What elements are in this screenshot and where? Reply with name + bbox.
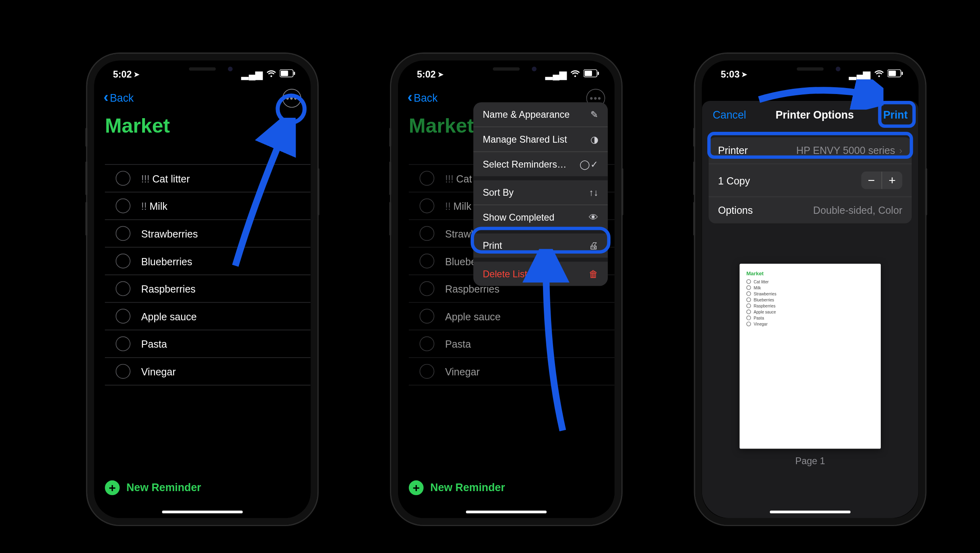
menu-delete-list[interactable]: Delete List🗑 <box>473 262 608 286</box>
complete-circle[interactable] <box>116 336 131 351</box>
wifi-icon <box>874 69 884 80</box>
new-reminder-button[interactable]: + New Reminder <box>409 480 505 495</box>
complete-circle[interactable] <box>420 226 435 241</box>
complete-circle[interactable] <box>116 309 131 324</box>
location-icon: ➤ <box>438 70 443 78</box>
svg-rect-1 <box>281 71 288 76</box>
reminder-row[interactable]: Raspberries <box>105 275 310 303</box>
annotation-highlight-print <box>878 101 916 128</box>
home-indicator[interactable] <box>770 511 851 514</box>
reminder-text: Milk <box>149 200 167 211</box>
notch <box>152 61 253 77</box>
complete-circle[interactable] <box>420 171 435 186</box>
menu-select-reminders[interactable]: Select Reminders…◯✓ <box>473 152 608 180</box>
reminder-text: Pasta <box>445 338 471 349</box>
list-options-menu: Name & Appearance✎ Manage Shared List◑ S… <box>473 102 608 286</box>
reminder-text: Strawberries <box>141 228 198 239</box>
reminder-row[interactable]: Pasta <box>409 330 615 358</box>
complete-circle[interactable] <box>420 254 435 268</box>
reminder-row[interactable]: Vinegar <box>409 358 615 386</box>
copies-label: 1 Copy <box>718 174 750 186</box>
complete-circle[interactable] <box>420 336 435 351</box>
complete-circle[interactable] <box>420 309 435 324</box>
home-indicator[interactable] <box>162 511 243 514</box>
location-icon: ➤ <box>741 70 747 78</box>
svg-rect-2 <box>294 72 295 75</box>
back-button[interactable]: ‹Back <box>104 92 134 105</box>
home-indicator[interactable] <box>466 511 547 514</box>
options-value: Double-sided, Color <box>813 205 902 216</box>
complete-circle[interactable] <box>116 281 131 296</box>
options-label: Options <box>718 205 753 216</box>
wifi-icon <box>266 69 276 80</box>
sort-icon: ↑↓ <box>589 187 598 198</box>
notch <box>760 61 861 77</box>
new-reminder-label: New Reminder <box>430 482 505 494</box>
phone-2: 5:02➤ ▂▄▆ ‹Back ••• Market !!!Cat litter… <box>391 54 621 525</box>
print-preview-page[interactable]: Market Cat litter Milk Strawberries Blue… <box>739 264 881 449</box>
share-icon: ◑ <box>590 134 598 145</box>
copies-stepper: − + <box>861 172 902 189</box>
status-time: 5:02 <box>417 69 436 80</box>
plus-icon: + <box>105 480 120 495</box>
reminder-row[interactable]: Apple sauce <box>409 303 615 330</box>
menu-sort-by[interactable]: Sort By↑↓ <box>473 180 608 205</box>
complete-circle[interactable] <box>116 171 131 186</box>
menu-name-appearance[interactable]: Name & Appearance✎ <box>473 102 608 127</box>
notch <box>456 61 557 77</box>
battery-icon <box>888 69 904 80</box>
reminder-text: Pasta <box>141 338 167 349</box>
annotation-highlight <box>276 94 306 125</box>
complete-circle[interactable] <box>116 364 131 379</box>
complete-circle[interactable] <box>116 226 131 241</box>
complete-circle[interactable] <box>116 254 131 268</box>
status-time: 5:02 <box>113 69 132 80</box>
back-button[interactable]: ‹Back <box>407 92 437 105</box>
options-row[interactable]: Options Double-sided, Color <box>708 197 912 223</box>
reminders-list: !!!Cat litter !!Milk Strawberries Bluebe… <box>94 144 310 385</box>
reminder-text: Blueberries <box>141 255 192 266</box>
reminder-row[interactable]: !!!Cat litter <box>105 164 310 192</box>
reminder-row[interactable]: Apple sauce <box>105 303 310 330</box>
battery-icon <box>584 69 600 80</box>
reminder-text: Vinegar <box>141 366 176 377</box>
complete-circle[interactable] <box>420 281 435 296</box>
chevron-left-icon: ‹ <box>407 90 412 105</box>
reminder-text: Raspberries <box>141 283 196 294</box>
reminder-text: Milk <box>453 200 472 211</box>
reminder-row[interactable]: Blueberries <box>105 248 310 275</box>
phone-1: 5:02➤ ▂▄▆ ‹Back ••• Market !!!Cat litter… <box>88 54 318 525</box>
reminder-text: Vinegar <box>445 366 480 377</box>
svg-rect-4 <box>585 71 592 76</box>
stepper-minus[interactable]: − <box>861 172 881 189</box>
reminder-row[interactable]: !!Milk <box>105 193 310 220</box>
back-label: Back <box>414 92 438 104</box>
location-icon: ➤ <box>134 70 139 78</box>
new-reminder-button[interactable]: + New Reminder <box>105 480 201 495</box>
battery-icon <box>280 69 296 80</box>
reminder-row[interactable]: Pasta <box>105 330 310 358</box>
complete-circle[interactable] <box>420 199 435 213</box>
back-label: Back <box>110 92 134 104</box>
reminder-text: Cat litter <box>152 172 190 184</box>
reminder-row[interactable]: Strawberries <box>105 220 310 248</box>
menu-manage-shared[interactable]: Manage Shared List◑ <box>473 127 608 152</box>
copies-row: 1 Copy − + <box>708 164 912 197</box>
wifi-icon <box>570 69 580 80</box>
printer-options-sheet: Cancel Printer Options Print Printer HP … <box>702 101 919 518</box>
reminder-text: Apple sauce <box>141 311 197 322</box>
stepper-plus[interactable]: + <box>882 172 902 189</box>
pencil-icon: ✎ <box>590 109 598 120</box>
complete-circle[interactable] <box>420 364 435 379</box>
annotation-highlight-printer <box>707 132 913 159</box>
annotation-highlight <box>471 227 610 254</box>
new-reminder-label: New Reminder <box>127 482 201 494</box>
complete-circle[interactable] <box>116 199 131 213</box>
chevron-left-icon: ‹ <box>104 90 108 105</box>
phone-3: 5:03➤ ▂▄▆ Cancel Printer Options Print P… <box>695 54 925 525</box>
priority-indicator: !! <box>141 200 147 211</box>
reminder-row[interactable]: Vinegar <box>105 358 310 386</box>
cancel-button[interactable]: Cancel <box>713 109 746 121</box>
page-label: Page 1 <box>795 455 825 466</box>
eye-icon: 👁 <box>589 212 598 223</box>
